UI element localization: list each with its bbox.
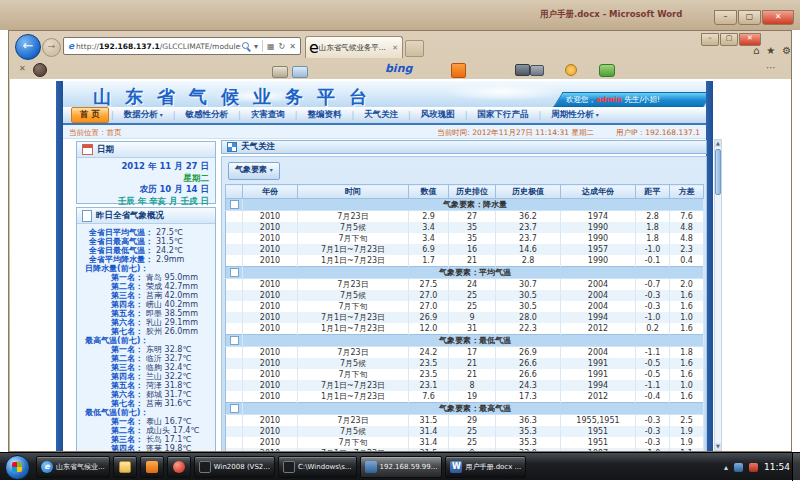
nav-item-8[interactable]: 周期性分析 ▾ xyxy=(543,108,607,122)
nav-separator: | xyxy=(295,111,298,120)
media-red-icon xyxy=(173,461,185,473)
more-icon[interactable]: ⋯ xyxy=(766,62,777,73)
page-left-border xyxy=(56,81,63,451)
tray-chevron-up-icon[interactable]: ▴ xyxy=(724,463,728,472)
search-icon[interactable] xyxy=(242,42,251,51)
home-icon[interactable]: ⌂ xyxy=(753,45,759,56)
camera-icon[interactable] xyxy=(515,64,530,76)
table-cell: 1951 xyxy=(561,426,636,437)
refresh-icon[interactable]: ↻ xyxy=(279,42,286,51)
ie-icon: e xyxy=(41,461,53,473)
taskbar-button-1[interactable] xyxy=(113,456,137,478)
table-cell: 35.3 xyxy=(496,437,561,448)
taskbar-button-3[interactable] xyxy=(167,456,191,478)
rank-label: 第二名： xyxy=(81,354,143,363)
group-label[interactable]: 气象要素：降水量 xyxy=(243,199,704,211)
nav-item-1[interactable]: 数据分析 ▾ xyxy=(116,108,171,122)
table-cell: 1.8 xyxy=(670,347,704,359)
row-blank-cell xyxy=(226,369,243,380)
taskbar-button-7[interactable]: W用户手册.docx ... xyxy=(445,456,526,478)
addon-app-icon[interactable] xyxy=(33,63,47,77)
element-dropdown-button[interactable]: 气象要素 ▾ xyxy=(228,162,280,180)
nav-item-0[interactable]: 首 页 xyxy=(71,107,109,123)
envelope-icon[interactable] xyxy=(292,66,308,78)
tray-network-icon[interactable] xyxy=(734,463,743,472)
terminal-icon xyxy=(283,461,295,473)
start-button[interactable] xyxy=(5,455,30,480)
table-cell: 2010 xyxy=(243,255,298,267)
bing-logo[interactable]: bing xyxy=(385,62,412,75)
sparkle-icon[interactable] xyxy=(565,64,577,76)
table-cell: 1.9 xyxy=(670,426,704,437)
taskbar-clock[interactable]: 11:54 xyxy=(764,462,790,472)
rank-value: 即墨 38.5mm xyxy=(143,309,198,318)
checkbox[interactable] xyxy=(230,336,239,345)
checkbox[interactable] xyxy=(230,268,239,277)
chevron-down-icon: ▾ xyxy=(158,111,163,118)
browser-tab[interactable]: e 山东省气候业务平... ✕ xyxy=(305,36,403,58)
checkbox[interactable] xyxy=(230,404,239,413)
maximize-icon[interactable]: ▢ xyxy=(720,33,738,46)
taskbar-button-5[interactable]: C:\Windows\s... xyxy=(278,456,357,478)
taskbar-button-2[interactable] xyxy=(140,456,164,478)
row-blank-cell xyxy=(226,312,243,323)
table-row: 20107月23日31.52936.31955,1951-0.32.5 xyxy=(226,415,704,427)
taskbar-button-0[interactable]: e山东省气候业... xyxy=(36,456,110,478)
table-row: 20107月下旬31.42535.31951-0.31.9 xyxy=(226,437,704,448)
table-cell: 27 xyxy=(449,211,496,223)
ie-toolbar-icons: ⌂ ★ ⚙ xyxy=(753,45,791,56)
scroll-up-icon[interactable]: ▲ xyxy=(715,140,721,147)
group-label[interactable]: 气象要素：平均气温 xyxy=(243,267,704,279)
group-label[interactable]: 气象要素：最低气温 xyxy=(243,335,704,347)
rank-line: 第四名：兰山 32.2℃ xyxy=(81,372,209,381)
card-icon[interactable] xyxy=(272,66,288,78)
table-cell: 1.6 xyxy=(670,391,704,403)
forward-button[interactable]: → xyxy=(42,38,61,57)
rank-value: 胶州 26.0mm xyxy=(143,327,198,336)
table-header-cell: 数值 xyxy=(409,185,449,199)
addon-close-icon[interactable]: ✕ xyxy=(19,64,26,73)
table-cell: 2010 xyxy=(243,279,298,291)
checkbox[interactable] xyxy=(230,200,239,209)
nav-item-7[interactable]: 国家下行产品 xyxy=(470,108,537,122)
table-cell: 9 xyxy=(449,312,496,323)
nav-item-5[interactable]: 天气关注 xyxy=(356,108,406,122)
scrollbar-thumb[interactable] xyxy=(715,149,721,195)
nav-item-2[interactable]: 敏感性分析 xyxy=(177,108,236,122)
group-label[interactable]: 气象要素：最高气温 xyxy=(243,403,704,415)
favorites-star-icon[interactable]: ★ xyxy=(766,45,775,56)
toolbar-app-icon[interactable] xyxy=(451,63,466,78)
tab-close-icon[interactable]: ✕ xyxy=(391,44,399,52)
rank-line: 第六名：乳山 29.1mm xyxy=(81,318,209,327)
scroll-down-icon[interactable]: ▼ xyxy=(715,443,721,450)
back-button[interactable]: ← xyxy=(15,34,41,60)
close-icon[interactable]: ✕ xyxy=(762,10,794,25)
camera-icon-2[interactable] xyxy=(530,65,544,76)
nav-item-6[interactable]: 风玫瑰图 xyxy=(413,108,463,122)
taskbar-button-4[interactable]: Win2008 (VS2... xyxy=(194,456,275,478)
vertical-scrollbar[interactable]: ▲ ▼ xyxy=(714,139,722,451)
rank-group-title: 最高气温(前七)： xyxy=(81,336,209,345)
compatibility-view-icon[interactable]: ▦ xyxy=(267,42,275,51)
table-cell: 24.3 xyxy=(496,380,561,391)
table-cell: 2010 xyxy=(243,426,298,437)
new-tab-button[interactable] xyxy=(405,40,424,57)
table-cell: 1974 xyxy=(561,211,636,223)
page-title: 山东省气候业务平台 xyxy=(93,85,381,107)
table-row: 20107月1日~7月23日23.1824.31994-1.11.0 xyxy=(226,380,704,391)
rank-label: 第五名： xyxy=(81,381,143,390)
minimize-icon[interactable]: – xyxy=(714,10,737,25)
people-icon[interactable] xyxy=(599,64,615,77)
tray-status-icon[interactable] xyxy=(749,463,758,472)
nav-item-3[interactable]: 灾害查询 xyxy=(243,108,293,122)
taskbar-button-6[interactable]: 192.168.59.99... xyxy=(360,456,443,478)
terminal-icon xyxy=(199,461,211,473)
stop-icon[interactable]: ✕ xyxy=(289,42,296,51)
maximize-icon[interactable]: ▢ xyxy=(738,10,761,25)
nav-item-4[interactable]: 整编资料 xyxy=(299,108,349,122)
address-bar[interactable]: e http://192.168.137.1/GLCCLIMATE/module… xyxy=(63,37,301,55)
show-desktop-button[interactable] xyxy=(792,453,800,481)
minimize-icon[interactable]: – xyxy=(701,33,719,46)
gear-icon[interactable]: ⚙ xyxy=(782,45,791,56)
chevron-down-icon[interactable]: ▾ xyxy=(254,42,258,51)
